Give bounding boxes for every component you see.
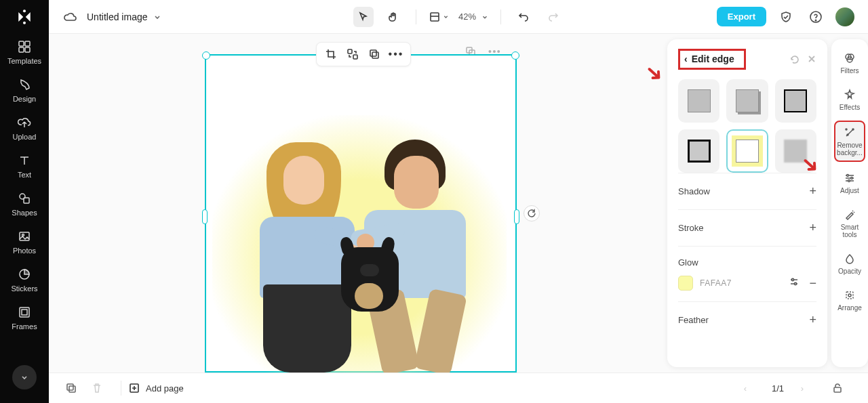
frames-icon [17,305,32,320]
svg-rect-35 [67,384,73,390]
next-page-button[interactable]: › [793,379,811,397]
rail-arrange[interactable]: Arrange [834,284,865,316]
sidebar-item-shapes[interactable]: Shapes [0,186,49,224]
add-shadow-button[interactable]: + [809,184,816,198]
shadow-row: Shadow+ [678,173,816,209]
resize-handle-tl[interactable] [202,51,210,60]
svg-point-1 [23,22,26,24]
glow-settings-icon[interactable] [789,276,800,291]
svg-point-27 [846,129,847,130]
edge-preset-feather[interactable] [775,129,816,173]
sidebar-item-text[interactable]: Text [0,148,49,186]
redo-button[interactable] [543,7,564,27]
resize-handle-mr[interactable] [514,209,519,224]
pages-panel-button[interactable] [62,379,80,397]
svg-rect-13 [431,13,439,21]
edge-preset-grid [678,79,816,173]
row-label: Glow [678,257,698,268]
add-feather-button[interactable]: + [809,313,816,327]
edge-preset-shadow[interactable] [726,79,768,123]
svg-point-0 [23,9,26,12]
rail-smart-tools[interactable]: Smart tools [834,204,865,242]
sidebar-label: Design [13,95,36,103]
add-page-button[interactable]: Add page [128,382,184,394]
edge-preset-glow-selected[interactable] [726,129,768,173]
rail-adjust[interactable]: Adjust [834,167,865,198]
edit-edge-header[interactable]: ‹Edit edge [678,49,746,70]
edge-preset-stroke-thick[interactable] [678,129,719,173]
resize-tool[interactable] [429,7,449,27]
sidebar-item-stickers[interactable]: Stickers [0,261,49,299]
edge-preset-none[interactable] [678,79,719,123]
close-icon[interactable] [807,54,816,65]
document-title[interactable]: Untitled image [87,12,161,22]
sidebar-item-photos[interactable]: Photos [0,224,49,261]
sidebar-item-templates[interactable]: Templates [0,34,49,72]
sidebar-item-design[interactable]: Design [0,72,49,110]
reset-icon[interactable] [789,54,800,65]
canvas-image[interactable] [212,115,507,373]
adjust-icon [843,171,856,185]
upload-icon [17,115,32,130]
add-stroke-button[interactable]: + [809,221,816,235]
arrange-icon [843,289,856,302]
svg-rect-17 [353,55,357,59]
rail-label: Filters [840,67,859,75]
svg-rect-2 [19,41,24,46]
svg-point-32 [848,180,850,182]
resize-handle-ml[interactable] [202,209,208,224]
rail-label: Arrange [837,304,862,312]
canvas-wrap: Page 1 ••• ••• [49,34,667,373]
lock-button[interactable] [829,379,846,397]
svg-point-34 [848,294,851,297]
user-avatar[interactable] [835,7,854,26]
rail-filters[interactable]: Filters [834,47,865,79]
select-tool[interactable] [353,7,374,27]
svg-point-15 [815,20,816,20]
glow-row: Glow FAFAA7 − [678,246,816,301]
edge-preset-stroke-thin[interactable] [775,79,816,123]
rail-remove-background[interactable]: Remove backgr... [834,121,865,162]
sidebar-item-upload[interactable]: Upload [0,110,49,148]
svg-point-22 [792,278,794,280]
stroke-row: Stroke+ [678,209,816,246]
right-panel-edit-edge: ‹Edit edge Shadow+ Stroke+ Glow [667,39,827,367]
main-area: Page 1 ••• ••• [49,34,868,373]
crop-button[interactable] [323,47,338,62]
separator [416,9,416,24]
cloud-save-icon[interactable] [62,9,77,24]
more-button[interactable]: ••• [389,47,403,62]
hand-tool[interactable] [383,7,403,27]
topbar: Untitled image 42% Export [49,0,868,34]
undo-button[interactable] [513,7,534,27]
zoom-control[interactable]: 42% [458,12,488,22]
replace-button[interactable] [345,47,360,62]
add-page-label: Add page [146,383,184,394]
glow-color-hex[interactable]: FAFAA7 [700,278,732,288]
rail-opacity[interactable]: Opacity [834,248,865,279]
sidebar-more[interactable] [12,365,37,389]
svg-rect-19 [372,52,378,58]
zoom-value: 42% [458,12,476,22]
export-button[interactable]: Export [717,7,766,26]
document-title-text: Untitled image [87,12,148,22]
page-indicator: 1/1 [772,383,784,394]
shield-icon[interactable] [776,7,796,27]
row-label: Stroke [678,223,704,233]
app-logo[interactable] [0,0,49,34]
chevron-down-icon [153,13,161,21]
help-icon[interactable] [806,7,826,27]
row-label: Feather [678,315,709,325]
rotate-handle[interactable] [524,205,540,221]
remove-glow-button[interactable]: − [809,276,816,291]
delete-page-button [88,379,106,397]
duplicate-button[interactable] [367,47,382,62]
resize-handle-tr[interactable] [511,51,519,60]
sidebar-label: Shapes [12,209,37,217]
glow-color-swatch[interactable] [678,276,693,291]
stickers-icon [17,267,32,282]
prev-page-button[interactable]: ‹ [736,379,754,397]
rail-effects[interactable]: Effects [834,84,865,115]
sidebar-label: Text [18,171,31,179]
sidebar-item-frames[interactable]: Frames [0,299,49,337]
